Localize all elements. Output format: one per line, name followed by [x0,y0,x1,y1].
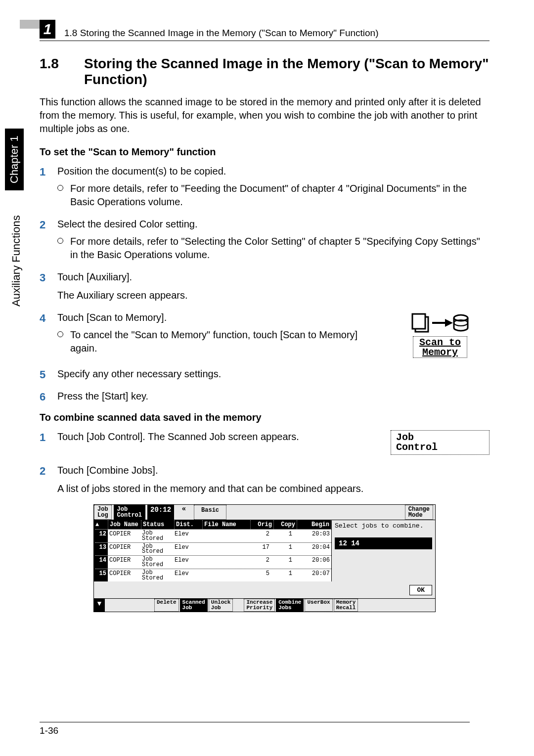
scroll-down-icon[interactable]: ▼ [94,599,105,612]
col-status: Status [141,520,175,529]
step: Press the [Start] key. [40,390,490,403]
step-text: Press the [Start] key. [57,391,148,401]
step-text: Specify any other necessary settings. [57,368,221,379]
section-intro: This function allows the scanned image t… [40,95,490,135]
step-subnote: For more details, refer to "Feeding the … [57,182,490,209]
job-control-label: Job Control [391,430,490,455]
scan-to-memory-icon [391,312,490,336]
scanned-job-button[interactable]: Scanned Job [180,599,208,612]
step-text: Select the desired Color setting. [57,219,198,229]
table-row[interactable]: 12COPIERJob StoredElev2120:03 [94,529,331,542]
step: Specify any other necessary settings. [40,367,490,381]
combine-jobs-button[interactable]: Combine Jobs [276,599,304,612]
procedure1-heading: To set the "Scan to Memory" function [40,146,490,158]
col-job-name: Job Name [108,520,141,529]
table-header: ▲ Job Name Status Dist. File Name Orig C… [94,520,331,529]
side-section-label: Auxiliary Functions [10,215,23,307]
step: Touch [Job Control]. The Scanned Job scr… [40,430,490,455]
step-text: Touch [Auxiliary]. [57,271,132,282]
ok-button[interactable]: OK [409,585,432,595]
tab-basic[interactable]: Basic [194,505,226,520]
step-after: The Auxiliary screen appears. [57,289,490,302]
col-file: File Name [203,520,251,529]
combine-prompt: Select jobs to combine. [335,522,432,533]
scroll-up-icon[interactable]: ▲ [94,520,108,529]
section-heading: 1.8 Storing the Scanned Image in the Mem… [40,56,490,88]
job-control-button[interactable]: Job Control [391,430,490,455]
selected-jobs: 12 14 [335,537,432,549]
col-begin: Begin [297,520,331,529]
table-row[interactable]: 13COPIERJob StoredElev17120:04 [94,542,331,556]
col-orig: Orig [251,520,274,529]
svg-rect-1 [412,314,425,329]
tab-job-control[interactable]: Job Control [114,505,145,520]
col-dist: Dist. [175,520,203,529]
page-number: 1-36 [40,722,470,736]
running-header: 1 1.8 Storing the Scanned Image in the M… [40,20,490,41]
tab-change-mode[interactable]: Change Mode [405,505,433,520]
panel-time: 20:12 [147,505,174,520]
lcd-panel: Job Log Job Control 20:12 « Basic Change… [93,504,436,612]
side-chapter-label: Chapter 1 [5,129,24,190]
step: Touch [Auxiliary]. The Auxiliary screen … [40,270,490,302]
increase-priority-button[interactable]: Increase Priority [244,599,275,612]
scan-to-memory-label: Scan to Memory [413,336,467,358]
step: Position the document(s) to be copied. F… [40,165,490,209]
memory-recall-button[interactable]: Memory Recall [334,599,358,612]
procedure2-steps: Touch [Job Control]. The Scanned Job scr… [40,430,490,495]
procedure2-heading: To combine scanned data saved in the mem… [40,412,490,423]
svg-marker-3 [445,319,453,327]
section-title-text: Storing the Scanned Image in the Memory … [84,56,490,88]
step: Touch [Combine Jobs]. A list of jobs sto… [40,464,490,495]
step: Select the desired Color setting. For mo… [40,218,490,262]
col-copy: Copy [274,520,297,529]
step-text: Position the document(s) to be copied. [57,166,226,177]
step-subnote: For more details, refer to "Selecting th… [57,235,490,262]
delete-button[interactable]: Delete [154,599,179,612]
table-row[interactable]: 15COPIERJob StoredElev5120:07 [94,569,331,582]
scan-to-memory-button[interactable]: Scan to Memory [391,311,490,358]
back-icon[interactable]: « [174,505,194,520]
unlock-job-button[interactable]: Unlock Job [209,599,233,612]
chapter-number-box: 1 [40,20,55,39]
step-text: Touch [Scan to Memory]. [57,312,167,323]
step-after: A list of jobs stored in the memory and … [57,482,490,495]
step: Touch [Scan to Memory]. To cancel the "S… [40,311,490,358]
section-number: 1.8 [40,56,84,88]
table-row[interactable]: 14COPIERJob StoredElev2120:06 [94,555,331,569]
userbox-button[interactable]: UserBox [305,599,332,612]
step-subnote: To cancel the "Scan to Memory" function,… [57,328,381,355]
running-title: 1.8 Storing the Scanned Image in the Mem… [64,28,490,39]
step-text: Touch [Job Control]. The Scanned Job scr… [57,431,299,442]
tab-job-log[interactable]: Job Log [94,505,112,520]
step-text: Touch [Combine Jobs]. [57,465,158,476]
procedure1-steps: Position the document(s) to be copied. F… [40,165,490,403]
